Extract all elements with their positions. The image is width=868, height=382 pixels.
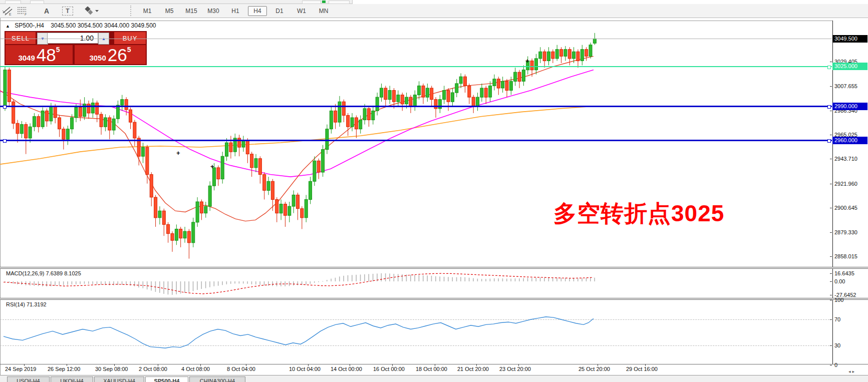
line-handle[interactable]	[3, 105, 7, 109]
macd-splitter[interactable]	[0, 267, 868, 269]
sliver-button[interactable]	[329, 1, 350, 4]
time-axis-tick	[645, 364, 646, 366]
macd-axis-label: 0.00	[834, 278, 845, 284]
rsi-axis-label: 70	[834, 316, 840, 322]
chart-tab-bar: USOil-H4UKOil-H4XAUUSD-H4SP500-H4CHINA30…	[0, 375, 868, 382]
rsi-tick	[830, 300, 832, 300]
svg-text:E: E	[9, 13, 12, 16]
price-tick	[830, 256, 832, 257]
time-axis-label: 29 Oct 16:00	[626, 366, 658, 372]
timeframe-button-w1[interactable]: W1	[292, 6, 311, 16]
price-tick	[830, 232, 832, 233]
upper-toolbar-sliver	[0, 0, 353, 4]
time-axis-label: 30 Sep 08:00	[95, 366, 128, 372]
level-line-3025[interactable]	[0, 66, 832, 67]
toolbar: E F A T M1M5M15M30H1H4D1W1MN	[0, 4, 868, 18]
timeframe-button-h4[interactable]: H4	[248, 6, 267, 16]
toolbar-separator	[130, 6, 133, 16]
price-tick	[830, 86, 832, 87]
line-handle[interactable]	[827, 139, 831, 143]
timeframe-button-mn[interactable]: MN	[314, 6, 333, 16]
line-handle[interactable]	[827, 105, 831, 109]
time-axis-tick	[308, 364, 309, 366]
timeframe-group: M1M5M15M30H1H4D1W1MN	[136, 6, 335, 16]
price-tick-label: 2858.015	[834, 253, 857, 259]
fibonacci-retracement-icon[interactable]: F	[16, 6, 29, 16]
ma-mid-magenta-line	[0, 70, 594, 177]
price-tick	[830, 159, 832, 159]
rsi-axis-label: 0	[834, 362, 837, 368]
equidistant-channel-icon[interactable]: E	[1, 6, 14, 16]
level-price-badge-2990.000: 2990.000	[832, 103, 867, 110]
price-tick	[830, 62, 832, 62]
rsi-bottom-border	[0, 364, 868, 364]
level-line-2960[interactable]	[0, 140, 832, 141]
candlestick-chart	[0, 21, 832, 267]
sliver-button[interactable]	[5, 1, 21, 4]
macd-tick	[830, 273, 832, 274]
price-tick	[830, 208, 832, 208]
time-axis-tick	[598, 364, 598, 366]
timeframe-button-m5[interactable]: M5	[160, 6, 179, 16]
rsi-indicator	[0, 300, 832, 364]
text-label-icon[interactable]: A	[40, 6, 53, 16]
time-axis-label: 25 Oct 20:00	[578, 366, 610, 372]
time-axis-label: 23 Oct 20:00	[499, 366, 531, 372]
timeframe-button-m1[interactable]: M1	[138, 6, 157, 16]
level-line-2990[interactable]	[0, 106, 832, 107]
time-axis-label: 4 Oct 08:00	[181, 366, 210, 372]
shapes-dropdown-icon[interactable]	[82, 6, 100, 16]
timeframe-button-d1[interactable]: D1	[270, 6, 289, 16]
time-axis-tick	[246, 364, 246, 366]
macd-indicator	[0, 269, 832, 298]
rsi-tick	[830, 345, 832, 346]
time-axis-label: 21 Oct 20:00	[457, 366, 489, 372]
rsi-axis-label: 30	[834, 342, 840, 348]
macd-tick	[830, 281, 832, 282]
time-axis-label: 10 Oct 04:00	[289, 366, 321, 372]
sliver-button[interactable]	[302, 1, 321, 4]
level-price-badge-2960.000: 2960.000	[832, 137, 867, 144]
chart-tab-ukoil-h4[interactable]: UKOil-H4	[51, 376, 93, 382]
price-tick	[830, 111, 832, 111]
svg-text:F: F	[25, 13, 27, 16]
time-axis-label: 24 Sep 2019	[5, 366, 36, 372]
time-axis-tick	[435, 364, 435, 366]
price-tick	[830, 135, 832, 135]
time-axis-tick	[476, 364, 477, 366]
time-axis-tick	[518, 364, 519, 366]
timeframe-button-m30[interactable]: M30	[204, 6, 223, 16]
time-axis-tick	[24, 364, 25, 366]
time-axis-tick	[392, 364, 393, 366]
price-tick-label: 2879.330	[834, 229, 857, 235]
cross-marker: +	[176, 149, 180, 157]
chart-tab-usoil-h4[interactable]: USOil-H4	[7, 376, 50, 382]
level-price-badge-3025.000: 3025.000	[832, 63, 867, 70]
price-tick-label: 2900.645	[834, 205, 857, 211]
time-axis-tick	[200, 364, 201, 366]
time-axis-label: 14 Oct 00:00	[331, 366, 362, 372]
line-handle[interactable]	[3, 139, 7, 143]
chart-tab-china300-h4[interactable]: CHINA300-H4	[189, 376, 245, 382]
price-tick-label: 2921.960	[834, 181, 857, 187]
scroll-arrows[interactable]: ◂▸	[848, 369, 856, 374]
price-axis-border	[832, 21, 833, 364]
text-box-icon[interactable]: T	[62, 7, 73, 16]
chart-tab-xauusd-h4[interactable]: XAUUSD-H4	[94, 376, 144, 382]
rsi-line	[4, 317, 594, 348]
time-axis-label: 18 Oct 00:00	[416, 366, 447, 372]
sliver-button[interactable]	[30, 1, 44, 4]
price-tick	[830, 184, 832, 184]
cross-marker: +	[210, 163, 214, 170]
timeframe-button-m15[interactable]: M15	[182, 6, 201, 16]
time-axis-tick	[158, 364, 158, 366]
time-axis-label: 2 Oct 08:00	[139, 366, 167, 372]
current-price-line	[0, 39, 832, 39]
line-handle[interactable]	[827, 66, 831, 69]
time-axis-label: 16 Oct 00:00	[373, 366, 405, 372]
time-axis-label: 26 Sep 12:00	[48, 366, 80, 372]
chart-tab-sp500-h4[interactable]: SP500-H4	[145, 376, 188, 382]
rsi-tick	[830, 365, 832, 365]
ma-slow-orange-line	[0, 106, 594, 164]
timeframe-button-h1[interactable]: H1	[226, 6, 245, 16]
